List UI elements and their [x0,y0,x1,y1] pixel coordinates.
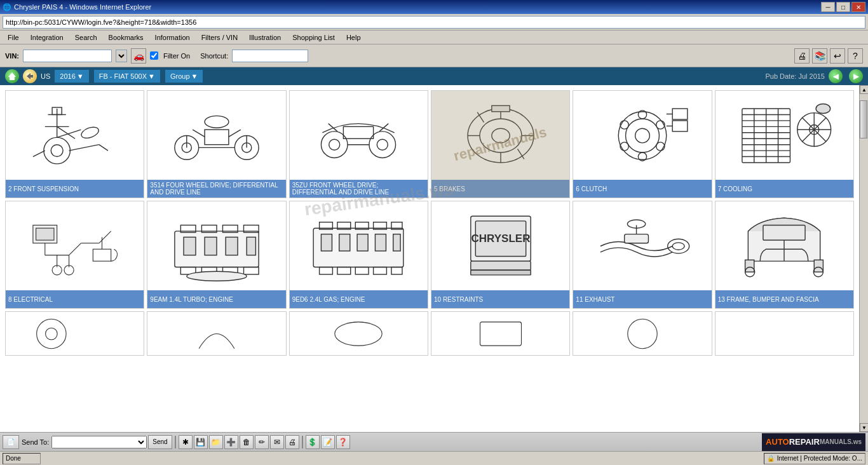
nav-region: US [41,72,50,80]
nav-home-button[interactable] [5,69,19,83]
filter-checkbox[interactable] [150,51,158,60]
menu-filters-vin[interactable]: Filters / VIN [196,32,243,43]
svg-point-2 [44,137,71,164]
taskbar-asterisk-icon[interactable]: ✱ [179,435,193,449]
model-dropdown[interactable]: FB - FIAT 500X ▼ [93,69,161,83]
vin-input[interactable] [23,50,112,62]
address-bar [0,14,868,30]
taskbar-edit2-icon[interactable]: 📝 [321,435,335,449]
part-label-clutch: 6 CLUTCH [573,180,711,198]
back-icon[interactable]: ↩ [830,48,845,64]
taskbar-mail-icon[interactable]: ✉ [270,435,284,449]
part-label-fourwd: 3514 FOUR WHEEL DRIVE; DIFFERENTIAL AND … [147,180,285,198]
svg-point-26 [329,139,340,150]
part-engine-turbo[interactable]: 9EAM 1.4L TURBO; ENGINE [147,201,286,309]
svg-rect-109 [357,234,368,250]
svg-rect-123 [745,260,754,272]
part-label-engine-gas: 9ED6 2.4L GAS; ENGINE [290,290,428,308]
part-engine-gas[interactable]: 9ED6 2.4L GAS; ENGINE [289,201,428,309]
part-clutch[interactable]: 6 CLUTCH [573,90,712,198]
svg-point-3 [51,144,63,156]
taskbar-folder-icon[interactable]: 📁 [209,435,223,449]
scrollbar[interactable]: ▲ ▼ [859,85,868,432]
group-dropdown[interactable]: Group ▼ [165,69,203,83]
part-electrical[interactable]: 8 ELECTRICAL [5,201,144,309]
send-to-dropdown[interactable] [51,436,147,448]
address-input[interactable] [3,16,865,29]
status-zone-text: Internet | Protected Mode: O... [777,455,862,462]
part-label-electrical: 8 ELECTRICAL [6,290,144,308]
taskbar-print-icon[interactable]: 🖨 [285,435,299,449]
part-image-fourwd [147,91,285,180]
menu-bookmarks[interactable]: Bookmarks [104,32,149,43]
svg-point-39 [635,128,650,143]
part-partial-1[interactable] [5,311,144,356]
svg-rect-132 [480,321,521,345]
scrollbar-thumb[interactable] [860,100,867,138]
menu-shopping-list[interactable]: Shopping List [287,32,340,43]
year-dropdown[interactable]: 2016 ▼ [54,69,89,83]
taskbar-dollar-icon[interactable]: 💲 [306,435,320,449]
svg-point-28 [377,139,388,150]
menu-file[interactable]: File [3,32,24,43]
send-label: Send [153,438,167,445]
menu-search[interactable]: Search [70,32,102,43]
taskbar-trash-icon[interactable]: 🗑 [240,435,254,449]
scroll-up-button[interactable]: ▲ [860,85,868,94]
vin-dropdown[interactable] [116,50,127,62]
part-partial-5[interactable] [573,311,712,356]
part-partial-6[interactable] [715,311,854,356]
svg-rect-93 [226,237,238,255]
taskbar-save-icon[interactable]: 💾 [194,435,208,449]
status-text: Done [3,453,41,464]
nav-prev-button[interactable]: ◀ [829,69,843,83]
part-brakes[interactable]: 5 BRAKES repairmanuals [431,90,570,198]
parts-grid-row3 [5,311,854,362]
taskbar-edit-icon[interactable]: ✏ [255,435,269,449]
svg-rect-103 [337,267,351,274]
part-image-partial-6 [715,312,853,355]
toolbar-right-icons: 🖨 📚 ↩ ? [794,48,863,64]
part-frame[interactable]: 13 FRAME, BUMPER AND FASCIA [715,201,854,309]
menu-integration[interactable]: Integration [25,32,69,43]
svg-point-133 [628,319,657,348]
svg-rect-106 [391,267,402,274]
svg-rect-94 [247,237,255,255]
menu-help[interactable]: Help [341,32,366,43]
scroll-down-button[interactable]: ▼ [860,423,868,432]
nav-back-button[interactable] [23,69,37,83]
parts-grid-row2: 8 ELECTRICAL [5,201,854,309]
content-scroll[interactable]: repairmanuals.ws [0,85,859,432]
part-fwd[interactable]: 35ZU FRONT WHEEL DRIVE; DIFFERENTIAL AND… [289,90,428,198]
part-restraints[interactable]: CHRYSLER 10 RESTRAINTS [431,201,570,309]
shortcut-input[interactable] [232,50,308,62]
close-button[interactable]: ✕ [851,2,865,12]
help-icon[interactable]: ? [848,48,863,64]
scrollbar-track[interactable] [860,94,868,423]
part-exhaust[interactable]: 11 EXHAUST [573,201,712,309]
taskbar-help2-icon[interactable]: ❓ [336,435,350,449]
nav-bar: US 2016 ▼ FB - FIAT 500X ▼ Group ▼ Pub D… [0,67,868,85]
minimize-button[interactable]: ─ [821,2,835,12]
vin-search-button[interactable]: 🚗 [131,48,146,64]
taskbar-document-button[interactable]: 📄 [3,435,19,449]
part-image-fwd [290,91,428,180]
maximize-button[interactable]: □ [836,2,850,12]
part-image-engine-gas [290,201,428,290]
svg-rect-116 [470,270,530,275]
part-fourwd[interactable]: 3514 FOUR WHEEL DRIVE; DIFFERENTIAL AND … [147,90,286,198]
part-front-suspension[interactable]: 2 FRONT SUSPENSION [5,90,144,198]
part-partial-3[interactable] [289,311,428,356]
part-partial-2[interactable] [147,311,286,356]
menu-illustration[interactable]: Illustration [244,32,286,43]
svg-line-12 [69,144,98,150]
part-cooling[interactable]: 7 COOLING [715,90,854,198]
nav-next-button[interactable]: ▶ [849,69,863,83]
print-icon[interactable]: 🖨 [794,48,810,64]
bookmark-icon[interactable]: 📚 [812,48,827,64]
part-partial-4[interactable] [431,311,570,356]
menu-information[interactable]: Information [150,32,195,43]
taskbar-plus-icon[interactable]: ➕ [224,435,238,449]
title-bar-controls: ─ □ ✕ [821,2,865,12]
send-button[interactable]: Send [148,435,172,449]
